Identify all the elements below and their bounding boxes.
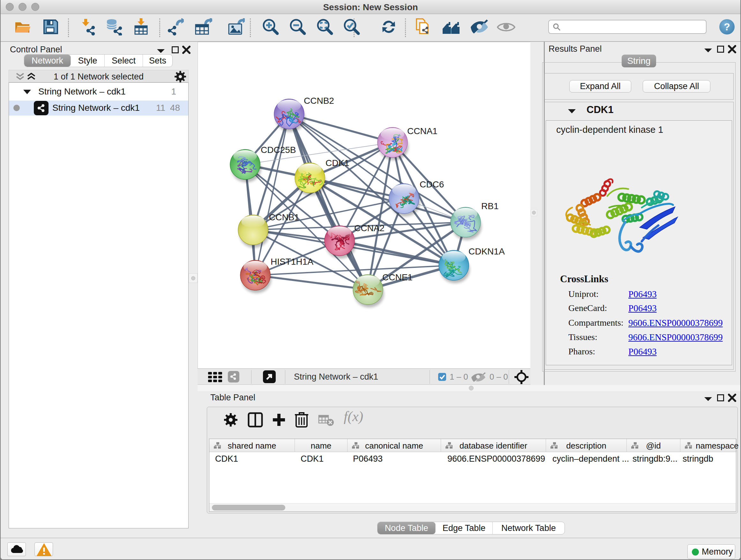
svg-text:CCNB1: CCNB1 bbox=[269, 212, 299, 222]
svg-text:RB1: RB1 bbox=[481, 201, 498, 211]
svg-text:HIST1H1A: HIST1H1A bbox=[271, 257, 313, 266]
svg-text:CCNE1: CCNE1 bbox=[382, 272, 413, 282]
svg-text:CDC6: CDC6 bbox=[420, 179, 444, 189]
svg-text:CDC25B: CDC25B bbox=[261, 145, 296, 155]
svg-text:CCNA1: CCNA1 bbox=[407, 126, 437, 136]
svg-text:CDK1: CDK1 bbox=[326, 158, 349, 168]
svg-text:CCNB2: CCNB2 bbox=[304, 96, 334, 106]
svg-text:?: ? bbox=[724, 21, 730, 33]
svg-text:CDKN1A: CDKN1A bbox=[468, 246, 505, 256]
svg-text:CCNA2: CCNA2 bbox=[354, 223, 385, 233]
